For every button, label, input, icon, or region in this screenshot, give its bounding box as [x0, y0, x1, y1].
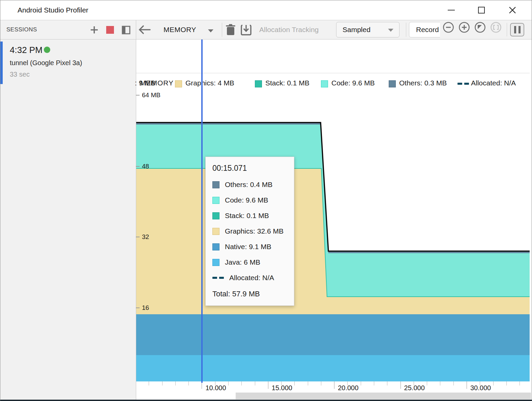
legend-swatch	[212, 259, 219, 266]
title-bar: Android Studio Profiler	[0, 0, 532, 20]
allocated-dash-icon	[212, 277, 224, 279]
toolbar-separator	[406, 23, 406, 37]
x-tick-label: 15.000	[272, 384, 292, 392]
toolbar-separator	[222, 23, 222, 37]
area-layer-native	[136, 314, 530, 355]
x-minor-tick	[347, 381, 348, 385]
plus-icon	[462, 25, 467, 30]
allocation-tracking-label: Allocation Tracking	[259, 20, 319, 39]
tooltip-row: Graphics: 32.6 MB	[212, 228, 294, 235]
x-minor-tick	[506, 381, 507, 385]
x-minor-tick	[520, 381, 520, 385]
y-tick-label: 32	[142, 233, 149, 241]
collapse-panel-button[interactable]	[122, 26, 130, 36]
sessions-header: SESSIONS	[6, 20, 37, 39]
y-tick-label: 48	[142, 163, 149, 170]
x-minor-tick	[321, 381, 321, 385]
zoom-to-fit-icon	[478, 25, 482, 29]
frame-selection-button[interactable]	[490, 22, 502, 33]
record-button[interactable]: Record	[409, 22, 444, 37]
chart-stage-title: MEMORY	[140, 79, 174, 87]
minimize-button[interactable]	[444, 3, 459, 18]
x-minor-tick	[175, 381, 176, 385]
x-minor-tick	[480, 381, 480, 385]
x-tick-label: 20.000	[338, 384, 358, 392]
x-minor-tick	[440, 381, 440, 385]
session-list-item[interactable]: 4:32 PM tunnel (Google Pixel 3a) 33 sec	[0, 40, 136, 84]
x-minor-tick	[387, 381, 387, 385]
tooltip-row: Others: 0.4 MB	[212, 181, 294, 188]
tooltip-timestamp: 00:15.071	[212, 164, 294, 173]
tooltip-row-label: Java: 6 MB	[225, 258, 260, 266]
x-major-tick	[334, 381, 334, 389]
split-panel-icon	[122, 26, 130, 34]
session-duration: 33 sec	[10, 71, 30, 78]
tooltip-row: Allocated: N/A	[212, 274, 294, 282]
x-tick-label: 25.000	[404, 384, 425, 392]
tooltip-total: Total: 57.9 MB	[212, 290, 294, 298]
tooltip-row: Stack: 0.1 MB	[212, 212, 294, 219]
window-title: Android Studio Profiler	[18, 0, 88, 20]
minimize-icon	[448, 10, 455, 10]
brackets-icon	[494, 25, 498, 29]
sessions-panel: 4:32 PM tunnel (Google Pixel 3a) 33 sec	[0, 39, 136, 400]
legend-item-label: Stack: 0.1 MB	[265, 79, 309, 87]
x-major-tick	[268, 381, 268, 389]
stage-selector[interactable]: MEMORY	[164, 20, 196, 39]
export-button[interactable]	[240, 24, 252, 37]
legend-swatch	[255, 80, 262, 87]
area-layer-java	[136, 355, 530, 382]
stop-session-button[interactable]	[106, 26, 114, 34]
close-icon	[508, 6, 516, 14]
x-major-tick	[401, 381, 401, 389]
chart-tooltip: 00:15.071 Others: 0.4 MBCode: 9.6 MBStac…	[205, 157, 294, 306]
sampling-mode-value: Sampled	[343, 26, 371, 34]
memory-stacked-area-chart[interactable]	[136, 39, 530, 382]
y-tick	[136, 237, 140, 237]
legend-swatch	[212, 197, 219, 204]
tooltip-row-label: Code: 9.6 MB	[225, 196, 268, 204]
legend-swatch	[321, 80, 328, 87]
legend-item-label: Code: 9.6 MB	[331, 79, 375, 87]
x-minor-tick	[255, 381, 255, 385]
x-minor-tick	[188, 381, 189, 385]
close-button[interactable]	[505, 3, 520, 18]
delete-session-button[interactable]	[226, 24, 236, 37]
live-session-dot	[44, 47, 50, 53]
tooltip-row-label: Others: 0.4 MB	[225, 181, 272, 189]
x-minor-tick	[215, 381, 215, 385]
tooltip-row-label: Stack: 0.1 MB	[225, 212, 269, 220]
x-minor-tick	[241, 381, 242, 385]
x-minor-tick	[453, 381, 454, 385]
export-download-icon	[240, 24, 252, 36]
zoom-in-button[interactable]	[459, 22, 470, 33]
horizontal-scrollbar-thumb[interactable]	[236, 393, 531, 399]
legend-item-label: Graphics: 4 MB	[185, 79, 234, 87]
selection-time-line[interactable]	[201, 39, 203, 383]
profiler-window: Android Studio Profiler SESSIONS M	[0, 0, 532, 401]
session-time: 4:32 PM	[10, 45, 42, 55]
legend-swatch	[212, 212, 219, 219]
legend-swatch	[389, 80, 396, 87]
selected-session-accent	[0, 42, 3, 84]
trash-icon	[226, 24, 236, 36]
pause-live-button[interactable]	[510, 23, 524, 36]
y-tick	[136, 95, 140, 96]
reset-zoom-button[interactable]	[474, 22, 486, 33]
chevron-down-icon[interactable]	[208, 28, 214, 34]
legend-swatch	[175, 80, 182, 87]
sampling-mode-select[interactable]: Sampled	[336, 22, 400, 37]
session-device: tunnel (Google Pixel 3a)	[10, 59, 82, 67]
x-tick-label: 10.000	[205, 384, 226, 392]
x-major-tick	[467, 381, 467, 389]
add-session-button[interactable]	[90, 25, 99, 36]
x-minor-tick	[281, 381, 282, 385]
legend-swatch	[212, 243, 219, 250]
zoom-controls	[440, 20, 532, 39]
x-minor-tick	[162, 381, 162, 385]
tooltip-row-label: Allocated: N/A	[229, 274, 274, 282]
zoom-out-button[interactable]	[443, 22, 454, 33]
back-button[interactable]	[138, 24, 151, 36]
maximize-button[interactable]	[474, 3, 489, 18]
x-minor-tick	[149, 381, 149, 385]
